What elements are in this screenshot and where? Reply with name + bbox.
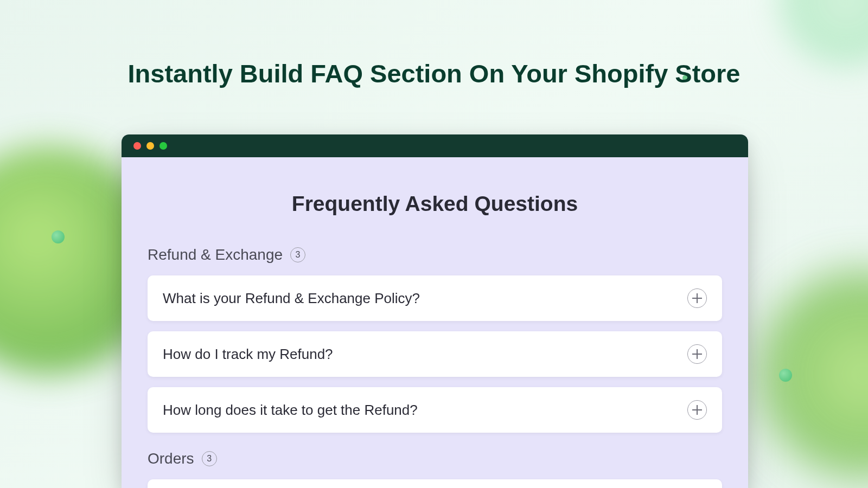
category-label: Orders	[148, 450, 194, 467]
faq-item[interactable]: How long does it take to get the Refund?	[148, 387, 722, 433]
faq-item[interactable]: How do I track my Refund?	[148, 331, 722, 377]
decorative-dot	[52, 230, 65, 243]
preview-window: Frequently Asked Questions Refund & Exch…	[122, 134, 748, 488]
faq-title: Frequently Asked Questions	[148, 192, 722, 216]
category-label: Refund & Exchange	[148, 246, 283, 264]
category-count-badge: 3	[202, 451, 217, 466]
faq-category-refund: Refund & Exchange 3	[148, 246, 722, 264]
faq-item[interactable]: What is your Refund & Exchange Policy?	[148, 275, 722, 321]
faq-category-orders: Orders 3	[148, 450, 722, 467]
faq-question: How long does it take to get the Refund?	[163, 402, 418, 419]
decorative-blob	[781, 0, 868, 65]
plus-icon[interactable]	[687, 400, 707, 420]
decorative-blob	[760, 271, 868, 477]
window-maximize-icon	[159, 142, 167, 150]
hero-title: Instantly Build FAQ Section On Your Shop…	[128, 59, 741, 88]
faq-question: What is your Refund & Exchange Policy?	[163, 290, 420, 307]
faq-item[interactable]: What are my payment options?	[148, 479, 722, 488]
window-body: Frequently Asked Questions Refund & Exch…	[122, 157, 748, 488]
window-minimize-icon	[146, 142, 154, 150]
decorative-dot	[779, 369, 792, 382]
plus-icon[interactable]	[687, 288, 707, 308]
category-count-badge: 3	[290, 247, 305, 262]
faq-question: How do I track my Refund?	[163, 346, 333, 363]
window-titlebar	[122, 134, 748, 157]
window-close-icon	[133, 142, 141, 150]
plus-icon[interactable]	[687, 344, 707, 364]
